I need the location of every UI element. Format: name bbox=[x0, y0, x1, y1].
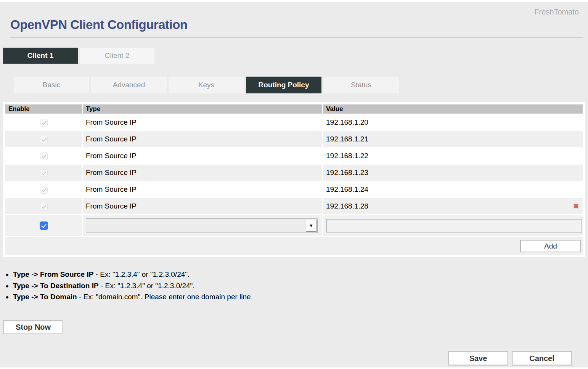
table-row: From Source IP 192.168.1.21 bbox=[5, 131, 583, 147]
type-help-notes: Type -> From Source IP - Ex: "1.2.3.4" o… bbox=[5, 269, 588, 303]
section-tabs: Basic Advanced Keys Routing Policy Statu… bbox=[14, 77, 588, 93]
stop-now-button[interactable]: Stop Now bbox=[3, 320, 63, 334]
value-text: 192.168.1.28 bbox=[326, 202, 368, 210]
table-row: From Source IP 192.168.1.24 bbox=[5, 181, 583, 197]
tab-client-2[interactable]: Client 2 bbox=[80, 48, 154, 64]
routing-policy-table-container: Enable Type Value From Source IP 192.168… bbox=[3, 102, 585, 257]
delete-row-icon[interactable]: ✖ bbox=[573, 203, 579, 210]
type-select[interactable]: ▼ bbox=[86, 218, 318, 233]
brand-logo: FreshTomato bbox=[534, 8, 579, 16]
enable-checkbox bbox=[40, 152, 48, 160]
note-from-source-ip: Type -> From Source IP - Ex: "1.2.3.4" o… bbox=[13, 269, 588, 280]
value-cell: 192.168.1.23 bbox=[323, 165, 583, 181]
type-cell: From Source IP bbox=[83, 181, 322, 197]
title-divider bbox=[10, 37, 583, 38]
new-value-input[interactable] bbox=[326, 219, 582, 233]
column-header-value: Value bbox=[323, 104, 583, 114]
page: FreshTomato OpenVPN Client Configuration… bbox=[0, 2, 588, 367]
type-cell: From Source IP bbox=[83, 198, 322, 214]
type-cell: From Source IP bbox=[83, 131, 322, 147]
enable-checkbox bbox=[40, 136, 48, 143]
value-cell: 192.168.1.20 bbox=[323, 114, 583, 130]
enable-checkbox bbox=[40, 169, 48, 177]
type-cell: From Source IP bbox=[83, 114, 322, 130]
table-row: From Source IP 192.168.1.28 ✖ bbox=[5, 198, 583, 214]
table-row: From Source IP 192.168.1.23 bbox=[5, 165, 583, 181]
table-row: From Source IP 192.168.1.20 bbox=[5, 114, 583, 130]
column-header-enable: Enable bbox=[5, 104, 82, 114]
enable-checkbox bbox=[40, 119, 48, 127]
value-cell: 192.168.1.21 bbox=[323, 131, 583, 147]
client-tabs: Client 1 Client 2 bbox=[3, 48, 588, 64]
type-cell: From Source IP bbox=[83, 148, 322, 164]
routing-policy-table: Enable Type Value From Source IP 192.168… bbox=[5, 104, 583, 256]
tab-keys[interactable]: Keys bbox=[169, 77, 244, 93]
add-row: Add bbox=[5, 237, 583, 255]
value-cell: 192.168.1.22 bbox=[323, 148, 583, 164]
footer-actions: Save Cancel bbox=[448, 351, 572, 366]
table-row: From Source IP 192.168.1.22 bbox=[5, 148, 583, 164]
note-to-destination-ip: Type -> To Destination IP - Ex: "1.2.3.4… bbox=[13, 280, 588, 292]
add-button[interactable]: Add bbox=[520, 240, 581, 252]
column-header-type: Type bbox=[83, 104, 322, 114]
value-input-cell bbox=[323, 215, 583, 236]
tab-status[interactable]: Status bbox=[323, 77, 399, 93]
tab-advanced[interactable]: Advanced bbox=[91, 77, 167, 93]
page-title: OpenVPN Client Configuration bbox=[10, 18, 588, 32]
new-entry-row: ▼ bbox=[5, 215, 583, 236]
value-cell: 192.168.1.24 bbox=[323, 181, 583, 197]
tab-basic[interactable]: Basic bbox=[14, 77, 89, 93]
enable-checkbox bbox=[40, 186, 48, 194]
enable-checkbox[interactable] bbox=[40, 221, 48, 230]
note-to-domain: Type -> To Domain - Ex: "domain.com". Pl… bbox=[13, 291, 588, 303]
tab-routing-policy[interactable]: Routing Policy bbox=[246, 77, 321, 93]
cancel-button[interactable]: Cancel bbox=[512, 351, 572, 366]
save-button[interactable]: Save bbox=[448, 351, 508, 366]
type-cell: From Source IP bbox=[83, 165, 322, 181]
enable-checkbox bbox=[40, 203, 48, 210]
value-cell: 192.168.1.28 ✖ bbox=[323, 198, 583, 214]
type-select-cell: ▼ bbox=[83, 215, 322, 236]
chevron-down-icon: ▼ bbox=[306, 220, 316, 232]
tab-client-1[interactable]: Client 1 bbox=[3, 48, 78, 64]
table-header-row: Enable Type Value bbox=[5, 104, 583, 114]
